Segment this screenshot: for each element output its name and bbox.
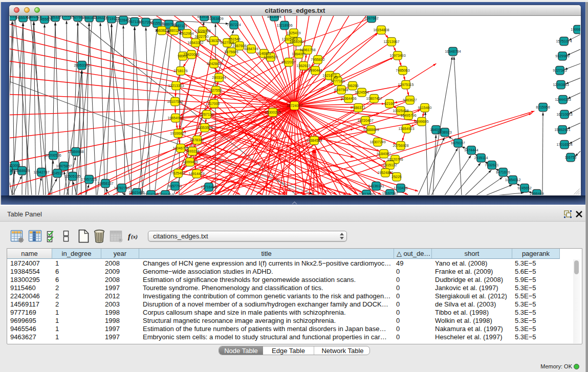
svg-text:14136141: 14136141 xyxy=(368,184,384,188)
svg-text:16782759: 16782759 xyxy=(114,186,129,190)
svg-text:16961758: 16961758 xyxy=(299,48,315,52)
svg-text:114513: 114513 xyxy=(52,171,63,175)
svg-text:12505135: 12505135 xyxy=(64,174,80,178)
svg-text:1362615: 1362615 xyxy=(296,64,310,68)
svg-text:16648784: 16648784 xyxy=(445,50,461,53)
svg-text:28053346: 28053346 xyxy=(74,63,90,67)
svg-text:16543362: 16543362 xyxy=(187,41,203,45)
svg-text:10958137: 10958137 xyxy=(97,182,113,185)
svg-text:9245652: 9245652 xyxy=(517,186,531,190)
svg-text:14914479: 14914479 xyxy=(188,172,204,176)
svg-text:15892921: 15892921 xyxy=(554,128,570,132)
svg-text:19524851: 19524851 xyxy=(377,171,393,174)
svg-text:3267130: 3267130 xyxy=(200,113,213,116)
svg-text:853061: 853061 xyxy=(10,164,21,167)
svg-text:17957225: 17957225 xyxy=(81,178,97,181)
svg-text:746266: 746266 xyxy=(346,84,358,87)
svg-text:12942737: 12942737 xyxy=(33,170,49,174)
svg-text:19166827: 19166827 xyxy=(170,132,186,135)
svg-text:12444193: 12444193 xyxy=(555,98,571,101)
svg-text:16495796: 16495796 xyxy=(400,114,416,117)
svg-text:45: 45 xyxy=(334,76,338,79)
svg-text:8912954: 8912954 xyxy=(180,32,193,35)
svg-text:3824554: 3824554 xyxy=(355,91,368,94)
svg-text:9329966: 9329966 xyxy=(555,54,569,58)
svg-text:17016504: 17016504 xyxy=(556,143,572,146)
svg-text:23420046: 23420046 xyxy=(183,53,199,56)
svg-text:23706266: 23706266 xyxy=(143,193,159,195)
svg-text:11568629: 11568629 xyxy=(14,169,30,172)
svg-text:9184067: 9184067 xyxy=(377,152,390,156)
svg-text:12975115: 12975115 xyxy=(398,83,414,86)
svg-text:7485063: 7485063 xyxy=(396,69,409,72)
svg-text:19654953: 19654953 xyxy=(167,116,183,120)
svg-text:10654112: 10654112 xyxy=(505,178,521,182)
svg-text:117006: 117006 xyxy=(208,102,220,105)
svg-text:9463627: 9463627 xyxy=(403,98,417,102)
svg-text:18724007: 18724007 xyxy=(287,104,302,107)
svg-text:1325419: 1325419 xyxy=(287,31,300,35)
svg-text:10975857: 10975857 xyxy=(56,164,72,168)
svg-text:10973493: 10973493 xyxy=(389,54,405,57)
svg-text:6099695: 6099695 xyxy=(415,120,428,123)
svg-text:(x): (x) xyxy=(131,233,138,240)
svg-text:20206536: 20206536 xyxy=(45,154,61,157)
svg-text:9777169: 9777169 xyxy=(331,79,344,83)
svg-text:7357224: 7357224 xyxy=(227,23,241,27)
svg-text:8454749: 8454749 xyxy=(244,47,258,51)
svg-text:9474444: 9474444 xyxy=(464,148,478,152)
svg-text:427552: 427552 xyxy=(210,89,222,92)
svg-text:16640910: 16640910 xyxy=(289,40,305,43)
svg-text:17359938: 17359938 xyxy=(68,150,83,154)
svg-text:8990448: 8990448 xyxy=(308,69,322,72)
svg-text:16053809: 16053809 xyxy=(207,17,223,20)
svg-text:25225: 25225 xyxy=(391,175,402,179)
svg-text:2718176: 2718176 xyxy=(173,69,187,73)
svg-text:18307249: 18307249 xyxy=(369,140,385,144)
svg-text:9146821: 9146821 xyxy=(257,52,271,55)
svg-text:13226058: 13226058 xyxy=(194,29,210,33)
svg-text:14099459: 14099459 xyxy=(182,160,198,164)
svg-text:2803144: 2803144 xyxy=(212,76,226,79)
svg-text:7386372: 7386372 xyxy=(351,106,365,110)
svg-text:12213967: 12213967 xyxy=(383,40,399,43)
svg-text:116753: 116753 xyxy=(565,156,577,159)
svg-text:5682115: 5682115 xyxy=(173,24,187,28)
svg-text:1388520: 1388520 xyxy=(264,55,277,59)
svg-text:9227343: 9227343 xyxy=(553,69,567,72)
svg-text:1733436: 1733436 xyxy=(394,186,407,190)
svg-text:18300295: 18300295 xyxy=(265,111,280,114)
svg-text:3493222: 3493222 xyxy=(185,149,199,153)
svg-text:8813094: 8813094 xyxy=(267,16,281,18)
svg-text:16107552: 16107552 xyxy=(167,100,183,103)
svg-text:8136328: 8136328 xyxy=(207,39,221,42)
svg-text:251546: 251546 xyxy=(228,37,240,41)
svg-text:8878342: 8878342 xyxy=(190,138,204,142)
svg-text:6679197: 6679197 xyxy=(451,141,465,145)
svg-text:20756928: 20756928 xyxy=(393,144,408,147)
svg-text:3917183: 3917183 xyxy=(10,164,10,168)
svg-text:8242848: 8242848 xyxy=(207,62,221,65)
svg-text:15157347: 15157347 xyxy=(382,192,398,195)
svg-text:12093843: 12093843 xyxy=(553,83,569,86)
svg-text:10807457: 10807457 xyxy=(366,97,382,100)
svg-text:7955812: 7955812 xyxy=(311,58,324,61)
svg-text:8215958: 8215958 xyxy=(536,105,550,109)
svg-text:12213363: 12213363 xyxy=(168,84,184,87)
svg-text:1615132: 1615132 xyxy=(383,163,397,167)
svg-text:16210643: 16210643 xyxy=(556,113,572,116)
svg-text:20813640: 20813640 xyxy=(358,192,374,195)
svg-text:13654923: 13654923 xyxy=(398,127,414,130)
svg-text:2066449: 2066449 xyxy=(530,192,543,195)
svg-text:16120746: 16120746 xyxy=(387,158,403,161)
svg-text:15716485: 15716485 xyxy=(201,185,216,189)
svg-text:15751074: 15751074 xyxy=(556,39,572,43)
svg-text:13353594: 13353594 xyxy=(197,126,212,129)
svg-text:10025438: 10025438 xyxy=(393,109,408,113)
svg-text:7632621: 7632621 xyxy=(485,163,498,167)
svg-text:2087682: 2087682 xyxy=(364,16,378,20)
svg-text:9657791: 9657791 xyxy=(168,184,182,188)
svg-text:10688609: 10688609 xyxy=(363,128,379,132)
svg-text:2935114: 2935114 xyxy=(474,156,488,160)
svg-text:19299464: 19299464 xyxy=(157,193,173,195)
